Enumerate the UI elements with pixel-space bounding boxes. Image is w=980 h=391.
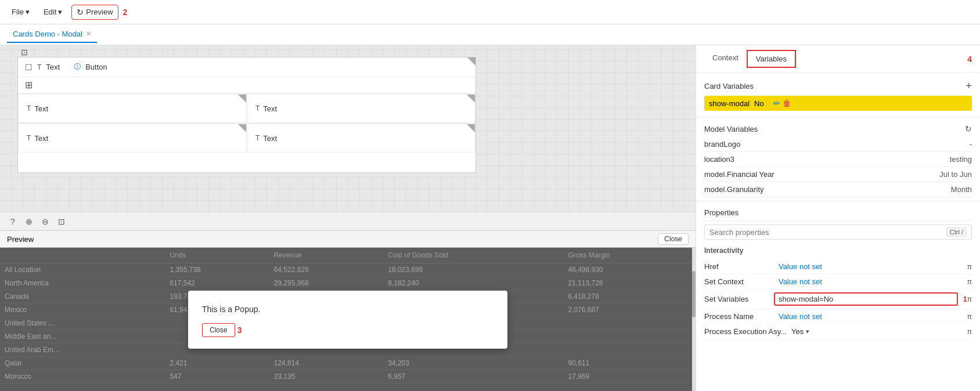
card-grid-row-2: T Text T Text [18, 123, 475, 153]
tab-context[interactable]: Context [704, 50, 747, 68]
tab-variables[interactable]: Variables [747, 50, 796, 68]
card-cell-2-1: T Text [18, 124, 247, 153]
zoom-out-button[interactable]: ⊖ [38, 215, 52, 229]
edit-chevron-icon: ▾ [58, 8, 62, 16]
model-var-value: - [970, 140, 972, 149]
table-cell [563, 343, 696, 357]
table-cell: 34,203 [383, 357, 563, 370]
preview-label: Preview [86, 8, 113, 16]
table-cell: All Location [0, 263, 165, 277]
pi-icon-2: π [967, 295, 972, 303]
prop-field-value-3[interactable]: Value not set [774, 312, 967, 321]
preview-button[interactable]: ↻ Preview [71, 5, 118, 20]
model-variables-section: Model Variables ↻ brandLogo - location3 … [696, 117, 980, 201]
interactivity-header: Interactivity [704, 244, 972, 257]
main-layout: ⊡ ☐ T Text ⓘ Button ⊞ T [0, 45, 980, 391]
table-row: Morocco54723,1356,95717,969 [0, 370, 696, 383]
model-var-name: location3 [704, 155, 734, 164]
button-label-1: Button [85, 63, 107, 71]
card-variables-header: Card Variables + [704, 77, 972, 96]
pi-icon-1: π [967, 278, 972, 286]
table-cell: 90,611 [563, 357, 696, 370]
grid-icon: ⊞ [25, 79, 33, 90]
popup-close-badge: 3 [237, 325, 242, 335]
file-menu[interactable]: File ▾ [7, 5, 34, 19]
model-vars-list: brandLogo - location3 testing model.Fina… [704, 137, 972, 197]
add-variable-button[interactable]: + [965, 80, 972, 92]
var-actions: ✏ 🗑 [773, 99, 791, 108]
cell-text-icon-1: T [27, 104, 31, 113]
card-cell-1-1: T Text [18, 94, 247, 123]
prop-field-value-1[interactable]: Value not set [774, 277, 967, 286]
search-properties-input[interactable] [709, 228, 946, 237]
table-cell: Qatar [0, 357, 165, 370]
popup-close-button[interactable]: Close [202, 323, 235, 337]
prop-label-4: Process Execution Asy... [704, 327, 787, 336]
card-container: ☐ T Text ⓘ Button ⊞ T Text [17, 57, 476, 173]
model-variables-header: Model Variables ↻ [704, 121, 972, 137]
table-cell: 23,135 [269, 370, 384, 383]
model-variables-label: Model Variables [704, 125, 758, 133]
table-cell: 18,023,899 [383, 263, 563, 277]
col-header-4: Gross Margin [563, 248, 696, 263]
pi-icon-3: π [967, 313, 972, 321]
panel-header: Context Variables 4 [696, 45, 980, 73]
table-cell: 64,522,829 [269, 263, 384, 277]
table-cell: Morocco [0, 370, 165, 383]
corner-triangle-5 [467, 124, 475, 132]
prop-field-row: Process Execution Asy... Yes ▾ π [704, 324, 972, 339]
table-cell: 617,542 [165, 277, 269, 290]
prop-label-0: Href [704, 262, 774, 271]
table-cell: Mexico [0, 303, 165, 317]
col-header-2: Revenue [269, 248, 384, 263]
panel-tabs: Context Variables [704, 50, 796, 68]
preview-data-area: Units Revenue Cost of Goods Sold Gross M… [0, 248, 696, 391]
cell-text-icon-2: T [255, 104, 260, 113]
toolbar: File ▾ Edit ▾ ↻ Preview 2 [0, 0, 980, 24]
pi-icon-0: π [967, 263, 972, 271]
edit-variable-button[interactable]: ✏ [773, 99, 780, 108]
table-cell: 29,295,968 [269, 277, 384, 290]
prop-field-value-0[interactable]: Value not set [774, 262, 967, 271]
card-cell-2-2: T Text [247, 124, 475, 153]
corner-triangle-4 [238, 124, 246, 132]
var-name: show-modal [709, 99, 750, 108]
prop-field-value-4: Yes [787, 327, 804, 336]
table-cell: 1,355,738 [165, 263, 269, 277]
preview-scrollbar[interactable] [692, 248, 696, 391]
prop-field-select-4[interactable]: Yes ▾ [787, 327, 809, 336]
file-chevron-icon: ▾ [26, 8, 30, 16]
model-var-row: location3 testing [704, 152, 972, 167]
tab-cards-demo-modal[interactable]: Cards Demo - Modal ✕ [7, 26, 97, 43]
table-row: All Location1,355,73864,522,82918,023,89… [0, 263, 696, 277]
model-var-row: brandLogo - [704, 137, 972, 152]
popup-close-label: Close [210, 326, 228, 334]
corner-triangle-3 [467, 95, 475, 103]
right-panel: Context Variables 4 Card Variables + sho… [696, 45, 980, 391]
prop-fields-list: Href Value not set π Set Context Value n… [704, 259, 972, 339]
table-cell: 46,498,930 [563, 263, 696, 277]
table-cell: 8,182,240 [383, 277, 563, 290]
tab-bar: Cards Demo - Modal ✕ [0, 24, 980, 45]
table-cell: 6,957 [383, 370, 563, 383]
edit-label: Edit [44, 8, 56, 16]
prop-label-1: Set Context [704, 277, 774, 286]
design-canvas: ⊡ ☐ T Text ⓘ Button ⊞ T [0, 45, 696, 212]
refresh-button[interactable]: ↻ [965, 124, 972, 133]
properties-section: Properties Ctrl / Interactivity Href Val… [696, 201, 980, 343]
tab-close-icon[interactable]: ✕ [86, 30, 91, 38]
file-label: File [12, 8, 24, 16]
prop-field-value-2: show-modal=No [774, 292, 958, 306]
popup-box: This is a Popup. Close 3 [188, 291, 507, 349]
edit-menu[interactable]: Edit ▾ [39, 5, 67, 19]
search-properties-container: Ctrl / [704, 225, 972, 240]
col-header-1: Units [165, 248, 269, 263]
cell-text-label-3: Text [34, 134, 48, 143]
delete-variable-button[interactable]: 🗑 [783, 99, 791, 108]
help-button[interactable]: ? [6, 215, 20, 229]
table-cell: United Arab Em... [0, 343, 165, 357]
zoom-in-button[interactable]: ⊕ [22, 215, 36, 229]
fit-button[interactable]: ⊡ [55, 215, 69, 229]
preview-close-button[interactable]: Close [658, 233, 689, 245]
corner-triangle-2 [238, 95, 246, 103]
